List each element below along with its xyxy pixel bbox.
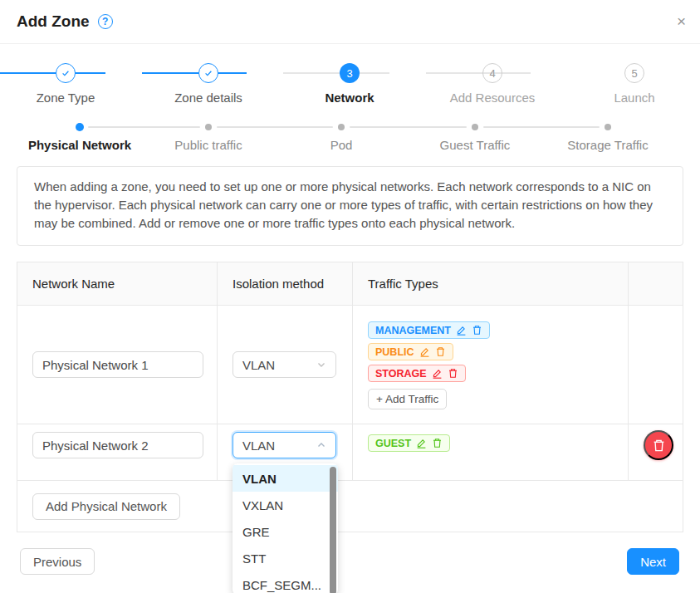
network-name-cell <box>17 306 218 424</box>
sub-step-label-storage-traffic: Storage Traffic <box>533 138 683 152</box>
delete-icon[interactable] <box>448 368 458 379</box>
delete-icon[interactable] <box>432 438 443 448</box>
step-label-add-resources: Add Resources <box>426 91 559 105</box>
network-name-input[interactable] <box>32 432 203 458</box>
selected-isolation-value: VLAN <box>242 439 275 453</box>
table-header-row: Network Name Isolation method Traffic Ty… <box>17 262 683 306</box>
dot-guest-traffic <box>472 124 478 130</box>
step-connector <box>426 72 531 74</box>
dropdown-option-bcf-segment[interactable]: BCF_SEGM... <box>233 571 338 593</box>
table-row: VLAN MANAGEMENT PUBLIC STORAGE <box>17 306 683 424</box>
isolation-method-dropdown: VLAN VXLAN GRE STT BCF_SEGM... <box>233 463 338 593</box>
column-header-actions <box>629 262 683 305</box>
step-icon-launch: 5 <box>624 63 644 83</box>
step-label-network: Network <box>283 91 416 105</box>
traffic-tag-guest: GUEST <box>368 434 450 452</box>
chevron-down-icon <box>316 360 326 370</box>
isolation-method-select[interactable]: VLAN <box>233 351 336 378</box>
delete-icon[interactable] <box>472 325 482 336</box>
network-name-cell <box>17 424 218 480</box>
actions-cell <box>629 424 687 480</box>
sub-step-label-public-traffic: Public traffic <box>134 138 283 152</box>
dropdown-option-vlan[interactable]: VLAN <box>233 465 338 492</box>
edit-icon[interactable] <box>456 325 467 336</box>
step-label-zone-type: Zone Type <box>0 91 132 105</box>
next-button[interactable]: Next <box>627 548 679 575</box>
step-icon-network: 3 <box>340 63 360 83</box>
dot-connector <box>483 126 600 128</box>
step-connector <box>0 72 105 74</box>
selected-isolation-value: VLAN <box>242 358 275 372</box>
add-physical-network-button[interactable]: Add Physical Network <box>32 493 180 520</box>
page-title: Add Zone <box>17 12 90 31</box>
network-sub-stepper: Physical Network Public traffic Pod Gues… <box>17 116 683 159</box>
check-icon <box>61 68 71 78</box>
traffic-tag-label: PUBLIC <box>375 346 414 358</box>
dropdown-option-stt[interactable]: STT <box>233 545 338 571</box>
edit-icon[interactable] <box>419 346 430 357</box>
table-footer-row: Add Physical Network <box>17 481 683 532</box>
traffic-tag-public: PUBLIC <box>368 343 453 360</box>
dot-physical-network <box>76 123 84 131</box>
step-icon-add-resources: 4 <box>482 63 502 83</box>
info-banner: When adding a zone, you need to set up o… <box>17 166 683 246</box>
sub-step-label-physical-network: Physical Network <box>5 138 154 152</box>
dot-pod <box>338 124 345 130</box>
traffic-tag-storage: STORAGE <box>368 365 466 382</box>
dropdown-option-gre[interactable]: GRE <box>233 518 338 545</box>
delete-network-button[interactable] <box>644 430 673 460</box>
dialog-header: Add Zone ? <box>0 0 700 44</box>
column-header-network-name: Network Name <box>17 262 218 305</box>
dropdown-option-vxlan[interactable]: VXLAN <box>233 492 338 518</box>
step-label-launch: Launch <box>568 91 700 105</box>
traffic-tag-label: MANAGEMENT <box>375 325 451 336</box>
sub-step-label-guest-traffic: Guest Traffic <box>400 138 550 152</box>
traffic-types-cell: GUEST <box>353 424 629 480</box>
physical-networks-table: Network Name Isolation method Traffic Ty… <box>17 262 683 532</box>
column-header-traffic-types: Traffic Types <box>353 262 629 305</box>
traffic-tag-label: STORAGE <box>375 368 427 380</box>
actions-cell <box>629 306 683 424</box>
isolation-method-cell: VLAN <box>218 306 353 424</box>
check-icon <box>203 68 213 78</box>
chevron-up-icon <box>316 440 326 450</box>
traffic-tag-label: GUEST <box>375 438 411 449</box>
edit-icon[interactable] <box>432 368 443 379</box>
traffic-tag-management: MANAGEMENT <box>368 321 490 339</box>
isolation-method-select-open[interactable]: VLAN <box>233 432 336 458</box>
close-icon[interactable]: × <box>677 12 686 31</box>
dot-connector <box>217 126 333 128</box>
edit-icon[interactable] <box>416 438 427 448</box>
step-label-zone-details: Zone details <box>142 91 275 105</box>
sub-step-label-pod: Pod <box>267 138 416 152</box>
step-icon-zone-details <box>198 63 218 83</box>
column-header-isolation-method: Isolation method <box>218 262 353 305</box>
network-name-input[interactable] <box>32 351 203 378</box>
delete-icon[interactable] <box>435 346 446 357</box>
step-connector <box>283 72 389 74</box>
wizard-stepper: 3 4 5 Zone Type Zone details Network Add… <box>17 53 683 113</box>
trash-icon <box>652 439 666 453</box>
step-icon-zone-type <box>56 63 76 83</box>
step-connector <box>142 72 247 74</box>
previous-button[interactable]: Previous <box>20 548 95 575</box>
help-icon[interactable]: ? <box>98 14 113 29</box>
dot-connector <box>88 126 200 128</box>
dot-storage-traffic <box>605 124 611 130</box>
table-row: VLAN GUEST <box>17 424 683 481</box>
dot-public-traffic <box>205 124 212 130</box>
add-traffic-button[interactable]: + Add Traffic <box>368 389 447 409</box>
dot-connector <box>350 126 467 128</box>
dropdown-scrollbar[interactable] <box>330 467 336 593</box>
traffic-types-cell: MANAGEMENT PUBLIC STORAGE + Add Traffic <box>353 306 629 424</box>
